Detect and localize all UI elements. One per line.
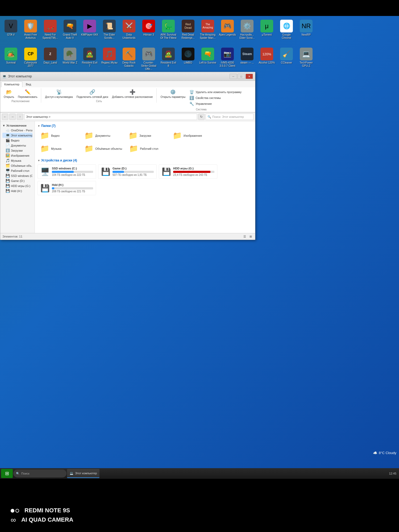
ribbon-uninstall-item[interactable]: 🗑️ Удалить или изменить программу — [188, 89, 243, 95]
desktop-icon-re7[interactable]: 🧟 Resident Evil 7 — [80, 47, 99, 72]
desktop-icon-amazing-spider[interactable]: The Amazing The Amazing Spider Man... — [198, 19, 217, 41]
desktop-icon-utorrent[interactable]: μ µTorrent — [257, 19, 276, 41]
ribbon-map-drive-button[interactable]: 🔗 Подключить сетевой диск — [75, 88, 110, 99]
close-button[interactable]: ✕ — [246, 74, 253, 79]
drive-ssd-c[interactable]: 🖥️ SSD windows (C:) 104 ГБ свободно из 2… — [38, 164, 96, 179]
drive-hdd-g[interactable]: 💾 HDD игры (G:) 23,4 ГБ свободно из 243 … — [159, 164, 217, 179]
add-network-icon: ➕ — [130, 89, 135, 95]
sidebar-item-documents[interactable]: 📄 Документы — [2, 143, 32, 148]
drive-ssd-c-name: SSD windows (C:) — [52, 167, 93, 170]
ribbon-open-button[interactable]: 📂 Открыть — [2, 88, 15, 99]
desktop-icon-kmplayer[interactable]: ▶ KMPlayer 64X — [80, 19, 99, 41]
folder-3d-objects[interactable]: 📁 Объёмные объекты — [82, 143, 125, 154]
folder-images[interactable]: 📁 Изображения — [170, 130, 213, 141]
desktop-icon-deep-rock[interactable]: ⛏️ Deep Rock Galactic — [119, 47, 139, 72]
images-icon: 🖼️ — [6, 153, 10, 157]
minimize-button[interactable]: ─ — [230, 74, 237, 79]
taskbar-search[interactable]: 🔍 Поиск — [13, 469, 66, 477]
desktop-icon-hitman[interactable]: 🎯 Hitman 3 — [139, 19, 158, 41]
folder-documents[interactable]: 📁 Документы — [82, 130, 124, 141]
desktop-icon-nextrp[interactable]: NR NextRP — [297, 19, 316, 41]
ribbon-rename-button[interactable]: ✏️ Переименовать — [16, 88, 39, 99]
forward-button[interactable]: → — [9, 114, 16, 120]
ribbon-add-network-button[interactable]: ➕ Добавить сетевое расположение — [111, 88, 154, 99]
desktop-icon-re8[interactable]: 🧟 Resident Evil 8 — [159, 47, 178, 72]
desktop-icons-row2: 🏕️ Survival CP Cyberpunk 2077 Z Dayz_Lan… — [0, 44, 399, 74]
desktop-icon-worldwar[interactable]: 🪖 World War Z — [60, 47, 80, 72]
drive-game-d-icon: 💾 — [101, 167, 110, 176]
ribbon-open-params-button[interactable]: ⚙️ Открыть параметры — [159, 88, 187, 99]
sidebar-item-game-d[interactable]: 💾 Game (D:) — [2, 178, 32, 183]
sidebar-item-ssd-c[interactable]: 💾 SSD windows (C: — [2, 173, 32, 178]
sidebar-item-images[interactable]: 🖼️ Изображения — [2, 153, 32, 158]
desktop-icon-steam[interactable]: Steam steam — ... — [238, 47, 257, 72]
sidebar-item-desktop[interactable]: 🖥️ Рабочий стол — [2, 168, 32, 173]
taskbar-explorer-icon: 💻 — [70, 472, 73, 475]
tab-computer[interactable]: Компьютер — [1, 81, 22, 87]
drives-toggle[interactable]: ▼ — [38, 159, 40, 162]
desktop-icon-chrome[interactable]: 🌐 Google Chrome — [277, 19, 296, 41]
sidebar-item-hdd-h[interactable]: 💾 Hdd (H:) — [2, 188, 32, 193]
desktop-icon-dota[interactable]: ⚔️ Dota Underlords — [119, 19, 139, 41]
sidebar-item-hdd-g[interactable]: 💾 HDD игры (G:) — [2, 183, 32, 188]
phone-camera: AI QUAD CAMERA — [21, 516, 73, 524]
desktop-icon-gtav[interactable]: V GTA V — [1, 19, 20, 41]
taskbar-explorer-item[interactable]: 💻 Этот компьютер — [67, 469, 99, 478]
desktop-icon-cs[interactable]: 🎮 Counter-Strike Global Offe... — [139, 47, 158, 72]
address-path[interactable]: Этот компьютер > — [24, 114, 197, 120]
drive-ssd-c-icon: 🖥️ — [40, 167, 50, 176]
ribbon-manage-item[interactable]: 🔧 Управление — [188, 101, 243, 106]
desktop-icon-gta-auto[interactable]: 🔫 Grand Theft Auto V — [60, 19, 80, 41]
desktop-icon-left-to-survive[interactable]: 🔫 Left to Survive — [198, 47, 217, 72]
ribbon-group-label-system: Система — [196, 108, 206, 111]
circle-2 — [15, 509, 19, 513]
drive-game-d[interactable]: 💾 Game (D:) 507 ГБ свободно из 1,81 ТБ — [98, 164, 157, 179]
sidebar-item-this-computer[interactable]: 💻 Этот компьютер — [2, 133, 32, 138]
search-icon: 🔍 — [207, 115, 211, 119]
refresh-button[interactable]: ↻ — [198, 114, 205, 120]
desktop-icon-ivms[interactable]: 📷 iVMS-4200 3.5.0.7 Client — [218, 47, 237, 72]
desktop-icon-cyberpunk[interactable]: CP Cyberpunk 2077 — [21, 47, 40, 72]
folder-desktop-name: Рабочий стол — [140, 147, 158, 150]
desktop-icon-need4speed[interactable]: 🏎️ Need For Speed(TM)... — [41, 19, 60, 41]
desktop-icon-dayz[interactable]: Z Dayz_Land — [41, 47, 60, 72]
folder-music-name: Музыка — [51, 147, 61, 150]
desktop-icon-avast[interactable]: 🛡️ Avast Free Antivirus — [21, 19, 40, 41]
maximize-button[interactable]: □ — [238, 74, 245, 79]
folder-music[interactable]: 📁 Музыка — [38, 143, 80, 154]
desktop-icon-ark[interactable]: 🦕 ARK Survival Of The Fittest — [159, 19, 178, 41]
desktop-icon-reddead[interactable]: Red Dead Red Dead Redempt... — [178, 19, 198, 41]
sidebar-item-3d-objects[interactable]: 🗂️ Объёмные объ... — [2, 163, 32, 168]
sidebar-section-header[interactable]: ▼ Установочное — [2, 123, 32, 128]
desktop-icon-apex[interactable]: 🎮 Apex Legends — [218, 19, 237, 41]
sidebar-item-downloads[interactable]: ⬇️ Загрузки — [2, 148, 32, 153]
desktop-icon-techpower[interactable]: 💻 TechPower GPU-Z — [297, 47, 316, 72]
search-box[interactable]: 🔍 Поиск: Этот компьютер — [206, 114, 253, 120]
up-button[interactable]: ↑ — [17, 114, 23, 120]
view-tiles-button[interactable]: ⊞ — [248, 234, 253, 239]
phone-label-container: REDMI NOTE 9S ∞ AI QUAD CAMERA — [11, 506, 73, 524]
desktop-icon-elder-scrolls[interactable]: 📜 The Elder Scrolls... — [100, 19, 119, 41]
explorer-folder-icon: 💻 — [2, 74, 6, 78]
drive-hdd-h-info: Hdd (H:) 208 ГБ свободно из 221 ГБ — [52, 183, 93, 193]
desktop-icon-nastroika[interactable]: ⚙️ Настройк... Elder Scrol... — [238, 19, 257, 41]
desktop-icon-survival[interactable]: 🏕️ Survival — [1, 47, 20, 72]
ribbon-media-button[interactable]: 📡 Доступ к мультимедиа — [44, 88, 74, 99]
sidebar-item-video[interactable]: 🎬 Видео — [2, 138, 32, 143]
folder-desktop[interactable]: 📁 Рабочий стол — [126, 143, 169, 154]
view-details-button[interactable]: ☰ — [242, 234, 247, 239]
sidebar-item-onedrive[interactable]: ☁️ OneDrive - Perso... — [2, 128, 32, 133]
desktop-icon-limbo[interactable]: 🌑 LIMBO — [178, 47, 198, 72]
desktop-icon-yandex-music[interactable]: 🎵 Яндекс.Музы... — [100, 47, 119, 72]
start-button[interactable]: ⊞ — [1, 469, 13, 478]
desktop-icon-ccleaner[interactable]: 🧹 CCleaner — [277, 47, 296, 72]
back-button[interactable]: ← — [2, 114, 8, 120]
drive-hdd-h[interactable]: 💾 Hdd (H:) 208 ГБ свободно из 221 ГБ — [38, 181, 96, 195]
sidebar-item-music[interactable]: 🎵 Музыка — [2, 158, 32, 163]
ribbon-system-props-item[interactable]: ℹ️ Свойства системы — [188, 95, 243, 101]
desktop-icon-alcohol[interactable]: 120% Alcohol 120% — [257, 47, 276, 72]
folder-video[interactable]: 📁 Видео — [38, 130, 80, 141]
folders-toggle[interactable]: ▼ — [38, 124, 40, 127]
folder-downloads[interactable]: 📁 Загрузки — [126, 130, 168, 141]
tab-view[interactable]: Вид — [23, 81, 34, 87]
